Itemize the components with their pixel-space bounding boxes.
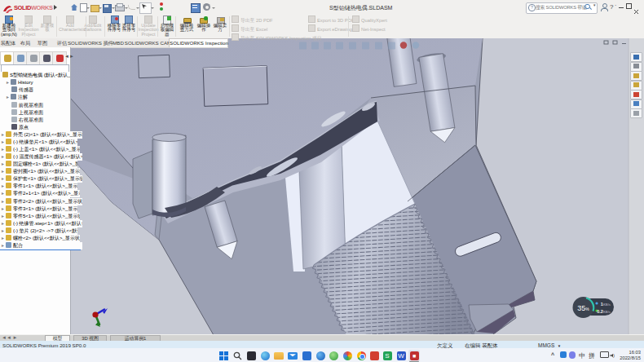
svg-text:1KB/s: 1KB/s bbox=[601, 302, 611, 307]
svg-text:0.2KB/s: 0.2KB/s bbox=[597, 309, 611, 314]
